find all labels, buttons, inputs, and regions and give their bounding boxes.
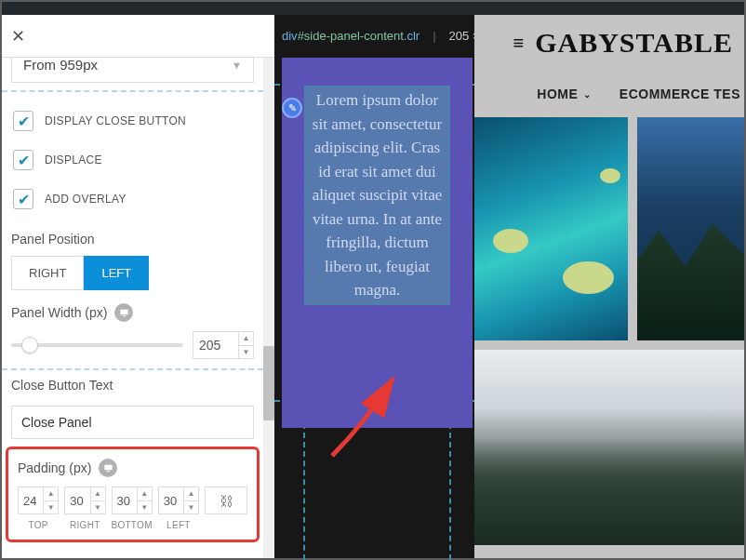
scrollbar-thumb[interactable] [263,346,274,420]
padding-bottom-input[interactable]: 30▲▼ [112,487,153,514]
unlink-icon: ⛓ [220,493,233,509]
spin-up-icon[interactable]: ▲ [239,332,253,346]
device-icon[interactable] [114,303,133,322]
padding-top-sublabel: TOP [18,520,59,530]
checkbox-displace-label: DISPLACE [45,153,102,167]
svg-rect-3 [107,471,111,472]
padding-label: Padding (px) [18,459,247,477]
checkbox-display-close-label: DISPLAY CLOSE BUTTON [45,114,186,127]
panel-width-input[interactable]: 205 ▲▼ [193,331,254,359]
side-panel-text: Lorem ipsum dolor sit amet, consectetur … [304,86,450,305]
side-panel-preview[interactable]: Lorem ipsum dolor sit amet, consectetur … [282,58,473,428]
svg-rect-2 [104,464,112,470]
padding-right-input[interactable]: 30▲▼ [64,487,105,514]
checkbox-overlay-label: ADD OVERLAY [45,193,127,206]
nav-home[interactable]: HOME ⌄ [537,87,592,101]
slider-thumb[interactable] [21,337,38,353]
position-left-button[interactable]: LEFT [84,256,149,290]
nav-ecommerce[interactable]: ECOMMERCE TES [619,87,740,101]
gallery-image[interactable] [474,117,628,340]
breakpoint-label: From 959px [23,58,98,73]
device-icon[interactable] [99,459,117,477]
edit-shortcut-button[interactable]: ✎ [282,98,302,118]
close-text-label: Close Button Text [11,378,254,393]
padding-link-button[interactable]: ⛓ [205,487,247,514]
panel-width-label: Panel Width (px) [11,303,254,322]
panel-position-toggle: RIGHT LEFT [11,256,254,290]
site-brand[interactable]: GABYSTABLE [535,27,733,59]
hamburger-icon[interactable]: ≡ [513,33,524,54]
padding-top-input[interactable]: 24▲▼ [18,487,59,514]
scrollbar-track[interactable] [263,58,274,558]
padding-left-input[interactable]: 30▲▼ [158,487,199,514]
checkbox-overlay[interactable]: ✔ [13,189,33,209]
customizer-sidebar: From 959px ▼ ✔ DISPLAY CLOSE BUTTON ✔ DI… [2,58,274,558]
position-right-button[interactable]: RIGHT [11,256,84,290]
chevron-down-icon: ▼ [232,60,242,71]
chevron-down-icon: ⌄ [583,89,592,100]
checkbox-display-close[interactable]: ✔ [13,111,33,131]
close-icon[interactable]: ✕ [11,26,25,47]
checkbox-displace[interactable]: ✔ [13,150,33,170]
spin-down-icon[interactable]: ▼ [239,346,253,359]
app-topbar [2,2,744,15]
site-nav: HOME ⌄ ECOMMERCE TES [474,71,744,117]
padding-section-highlight: Padding (px) 24▲▼ 30▲▼ 30▲▼ 30▲▼ ⛓ TOP R… [6,447,260,542]
padding-right-sublabel: RIGHT [64,520,105,530]
site-preview: ≡ GABYSTABLE HOME ⌄ ECOMMERCE TES [474,15,744,558]
padding-left-sublabel: LEFT [158,520,199,530]
svg-rect-0 [120,309,127,314]
close-text-input[interactable] [11,406,254,439]
gallery-image[interactable] [474,350,744,545]
panel-position-label: Panel Position [11,232,254,247]
pencil-icon: ✎ [288,102,297,114]
svg-rect-1 [123,315,127,316]
gallery-image[interactable] [637,117,744,340]
panel-width-slider[interactable] [11,343,183,347]
breakpoint-select[interactable]: From 959px ▼ [11,58,254,83]
padding-bottom-sublabel: BOTTOM [111,520,152,530]
